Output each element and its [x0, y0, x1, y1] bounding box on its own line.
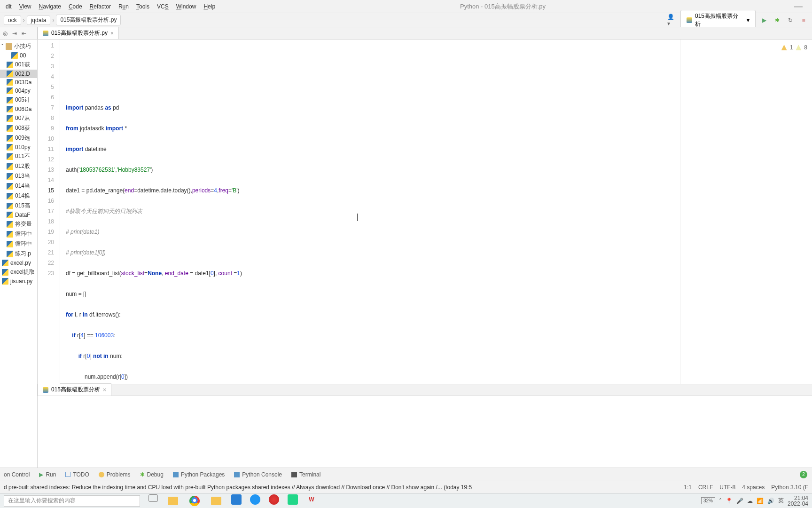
- run-tool[interactable]: ▶Run: [39, 471, 56, 478]
- menu-tools[interactable]: Tools: [133, 1, 153, 12]
- status-message[interactable]: d pre-built shared indexes: Reduce the i…: [4, 484, 684, 491]
- project-tree[interactable]: ˅小技巧 00 001获 002.D 003Da 004py 005计 006D…: [0, 40, 37, 468]
- run-button[interactable]: ▶: [759, 16, 769, 25]
- tree-item[interactable]: 006Da: [0, 105, 37, 113]
- breadcrumb-item[interactable]: ock: [4, 16, 21, 25]
- code-line[interactable]: auth('18053762531','Hobby83527'): [64, 165, 812, 175]
- tree-item[interactable]: 练习.p: [0, 249, 37, 259]
- code-line[interactable]: date1 = pd.date_range(end=datetime.date.…: [64, 185, 812, 196]
- chrome-icon[interactable]: [188, 494, 201, 508]
- breadcrumb-item[interactable]: jqdata: [27, 16, 51, 25]
- file-encoding[interactable]: UTF-8: [719, 484, 735, 491]
- battery-status[interactable]: 32%: [701, 497, 715, 504]
- app-icon[interactable]: [250, 494, 260, 505]
- cursor-position[interactable]: 1:1: [684, 484, 692, 491]
- version-control-tool[interactable]: on Control: [4, 471, 30, 478]
- tree-item[interactable]: 014换: [0, 191, 37, 201]
- code-line[interactable]: for i, r in df.iterrows():: [64, 310, 812, 320]
- collapse-icon[interactable]: ⇤: [22, 30, 26, 37]
- tree-item[interactable]: excel提取: [0, 267, 37, 277]
- tree-item[interactable]: 005计: [0, 95, 37, 105]
- stop-button[interactable]: ■: [799, 16, 808, 25]
- code-line[interactable]: num = []: [64, 289, 812, 299]
- code-line[interactable]: import pandas as pd: [64, 103, 812, 113]
- tree-item[interactable]: excel.py: [0, 259, 37, 267]
- code-editor[interactable]: 1 2 3 4 5 6 7 8 9 10 11 12 13 14 15 16 1…: [38, 40, 812, 384]
- tree-item[interactable]: 009选: [0, 133, 37, 143]
- rerun-button[interactable]: ↻: [786, 16, 795, 25]
- tree-folder[interactable]: ˅小技巧: [0, 41, 37, 51]
- windows-search-input[interactable]: 在这里输入你要搜索的内容: [4, 495, 140, 507]
- code-line[interactable]: if r[4] == 106003:: [64, 330, 812, 341]
- add-user-icon[interactable]: 👤▾: [667, 16, 677, 25]
- tree-item[interactable]: 002.D: [0, 70, 37, 78]
- debug-button[interactable]: ✱: [773, 16, 782, 25]
- code-line[interactable]: #获取今天往前四天的日期列表: [64, 206, 812, 216]
- event-log-badge[interactable]: 2: [800, 471, 807, 478]
- menu-vcs[interactable]: VCS: [153, 1, 172, 12]
- tree-item[interactable]: 循环中: [0, 239, 37, 249]
- inspection-widget[interactable]: 1 8: [781, 42, 807, 53]
- code-line[interactable]: num.append(r[0]): [64, 372, 812, 382]
- tree-item[interactable]: 00: [0, 51, 37, 60]
- code-content[interactable]: 1 8 import pandas as pd from jqdatasdk i…: [60, 40, 812, 384]
- code-line[interactable]: # print(date1): [64, 227, 812, 237]
- console-tool[interactable]: Python Console: [234, 471, 282, 478]
- mic-icon[interactable]: 🎤: [736, 498, 743, 504]
- wifi-icon[interactable]: 📶: [757, 498, 764, 504]
- interpreter[interactable]: Python 3.10 (F: [771, 484, 808, 491]
- tree-item[interactable]: 001获: [0, 60, 37, 70]
- terminal-tool[interactable]: Terminal: [291, 471, 320, 478]
- taskview-icon[interactable]: [148, 494, 158, 502]
- app-icon[interactable]: [269, 494, 279, 505]
- menu-window[interactable]: Window: [172, 1, 200, 12]
- close-icon[interactable]: ×: [103, 387, 106, 393]
- tree-item[interactable]: jisuan.py: [0, 277, 37, 286]
- menu-code[interactable]: Code: [65, 1, 86, 12]
- tree-item[interactable]: DataF: [0, 211, 37, 219]
- clock[interactable]: 21:04 2022-04: [788, 495, 808, 507]
- tree-item[interactable]: 008获: [0, 123, 37, 133]
- menu-run[interactable]: Run: [115, 1, 133, 12]
- editor-tab[interactable]: 015高振幅股票分析.py ×: [38, 27, 119, 39]
- code-line[interactable]: if r[0] not in num:: [64, 351, 812, 361]
- tree-item[interactable]: 013当: [0, 171, 37, 181]
- tree-item[interactable]: 004py: [0, 87, 37, 95]
- tree-item[interactable]: 011不: [0, 151, 37, 161]
- problems-tool[interactable]: Problems: [99, 471, 131, 478]
- code-line[interactable]: df = get_billboard_list(stock_list=None,…: [64, 268, 812, 278]
- menu-edit[interactable]: dit: [2, 1, 16, 12]
- tree-item[interactable]: 循环中: [0, 229, 37, 239]
- tree-item[interactable]: 015高: [0, 201, 37, 211]
- target-icon[interactable]: ◎: [3, 30, 8, 37]
- run-console[interactable]: [38, 396, 812, 468]
- folder-icon[interactable]: [210, 494, 223, 508]
- line-separator[interactable]: CRLF: [698, 484, 713, 491]
- tray-chevron-icon[interactable]: ˄: [719, 498, 722, 504]
- tree-item[interactable]: 003Da: [0, 78, 37, 87]
- tree-item[interactable]: 010py: [0, 143, 37, 151]
- run-tab[interactable]: 015高振幅股票分析 ×: [38, 383, 111, 396]
- onedrive-icon[interactable]: ☁: [747, 498, 753, 504]
- code-line[interactable]: import datetime: [64, 144, 812, 154]
- menu-navigate[interactable]: Navigate: [35, 1, 65, 12]
- indent-setting[interactable]: 4 spaces: [742, 484, 765, 491]
- code-line[interactable]: from jqdatasdk import *: [64, 123, 812, 134]
- ime-indicator[interactable]: 英: [778, 497, 784, 505]
- pycharm-icon[interactable]: [288, 494, 298, 505]
- menu-view[interactable]: View: [16, 1, 35, 12]
- breadcrumb-item[interactable]: 015高振幅股票分析.py: [56, 15, 121, 25]
- location-icon[interactable]: 📍: [726, 498, 733, 504]
- app-icon[interactable]: W: [306, 494, 317, 505]
- tree-item[interactable]: 将变量: [0, 219, 37, 229]
- expand-icon[interactable]: ⇥: [12, 30, 17, 37]
- todo-tool[interactable]: TODO: [65, 471, 89, 478]
- code-line[interactable]: # print(date1[0]): [64, 247, 812, 258]
- tree-item[interactable]: 014当: [0, 181, 37, 191]
- explorer-icon[interactable]: [166, 494, 180, 508]
- packages-tool[interactable]: Python Packages: [173, 471, 225, 478]
- menu-refactor[interactable]: Refactor: [86, 1, 115, 12]
- tree-item[interactable]: 007从: [0, 113, 37, 123]
- volume-icon[interactable]: 🔊: [767, 498, 774, 504]
- debug-tool[interactable]: ✱Debug: [140, 471, 164, 478]
